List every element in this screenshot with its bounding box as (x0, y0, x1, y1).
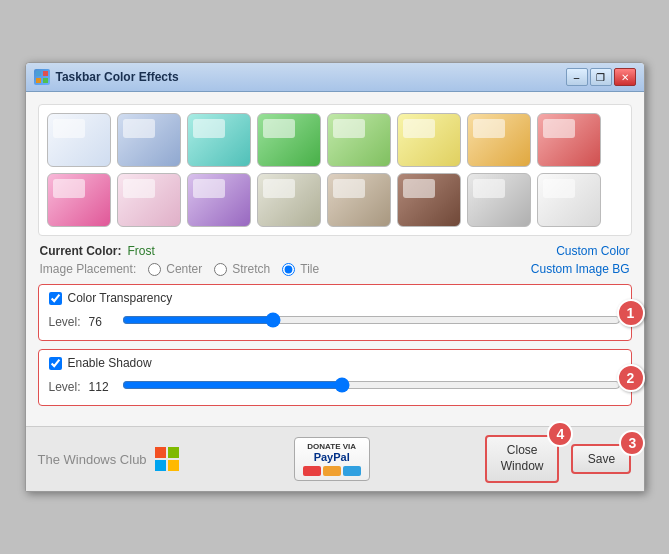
windows-logo-icon (155, 447, 179, 471)
svg-rect-5 (168, 447, 179, 458)
swatch-row-2 (47, 173, 623, 227)
radio-tile[interactable]: Tile (282, 262, 319, 276)
radio-stretch[interactable]: Stretch (214, 262, 270, 276)
current-color-value: Frost (128, 244, 155, 258)
swatch-9[interactable] (47, 173, 111, 227)
custom-image-link[interactable]: Custom Image BG (531, 262, 630, 276)
swatch-13[interactable] (327, 173, 391, 227)
svg-rect-0 (36, 71, 41, 76)
transparency-level-value: 76 (89, 315, 114, 329)
swatch-7[interactable] (467, 113, 531, 167)
custom-color-link[interactable]: Custom Color (556, 244, 629, 258)
title-bar: Taskbar Color Effects – ❐ ✕ (26, 63, 644, 92)
transparency-level-label: Level: (49, 315, 81, 329)
svg-rect-3 (43, 78, 48, 83)
swatch-8[interactable] (537, 113, 601, 167)
shadow-level-label: Level: (49, 380, 81, 394)
window-controls: – ❐ ✕ (566, 68, 636, 86)
svg-rect-4 (155, 447, 166, 458)
title-bar-left: Taskbar Color Effects (34, 69, 179, 85)
save-wrapper: Save 3 (571, 444, 631, 474)
close-window-button[interactable]: CloseWindow (485, 435, 560, 482)
footer-left: The Windows Club (38, 447, 179, 471)
color-grid (38, 104, 632, 236)
swatch-3[interactable] (187, 113, 251, 167)
current-color-row: Current Color: Frost Custom Color (38, 244, 632, 258)
shadow-checkbox[interactable] (49, 357, 62, 370)
badge-4: 4 (547, 421, 573, 447)
shadow-label: Enable Shadow (68, 356, 152, 370)
footer-right: CloseWindow 4 Save 3 (485, 435, 632, 482)
transparency-checkbox[interactable] (49, 292, 62, 305)
svg-rect-1 (43, 71, 48, 76)
shadow-section: Enable Shadow Level: 112 2 (38, 349, 632, 406)
transparency-label: Color Transparency (68, 291, 173, 305)
swatch-6[interactable] (397, 113, 461, 167)
swatch-row-1 (47, 113, 623, 167)
close-window-wrapper: CloseWindow 4 (485, 435, 560, 482)
badge-1: 1 (617, 299, 645, 327)
swatch-10[interactable] (117, 173, 181, 227)
minimize-button[interactable]: – (566, 68, 588, 86)
swatch-12[interactable] (257, 173, 321, 227)
swatch-4[interactable] (257, 113, 321, 167)
shadow-level-value: 112 (89, 380, 114, 394)
svg-rect-7 (168, 460, 179, 471)
swatch-5[interactable] (327, 113, 391, 167)
app-icon (34, 69, 50, 85)
paypal-line2: PayPal (303, 451, 361, 464)
window-title: Taskbar Color Effects (56, 70, 179, 84)
paypal-line1: DONATE VIA (303, 442, 361, 452)
footer: The Windows Club DONATE VIA PayPal Close… (26, 426, 644, 490)
swatch-11[interactable] (187, 173, 251, 227)
restore-button[interactable]: ❐ (590, 68, 612, 86)
swatch-14[interactable] (397, 173, 461, 227)
image-placement-row: Image Placement: Center Stretch Tile Cus… (38, 262, 632, 276)
close-button[interactable]: ✕ (614, 68, 636, 86)
paypal-button[interactable]: DONATE VIA PayPal (294, 437, 370, 482)
shadow-slider[interactable] (122, 376, 621, 394)
main-content: Current Color: Frost Custom Color Image … (26, 92, 644, 426)
swatch-16[interactable] (537, 173, 601, 227)
shadow-level-row: Level: 112 (49, 376, 621, 397)
main-window: Taskbar Color Effects – ❐ ✕ (25, 62, 645, 491)
transparency-slider[interactable] (122, 311, 621, 329)
svg-rect-6 (155, 460, 166, 471)
club-text: The Windows Club (38, 452, 147, 467)
svg-rect-2 (36, 78, 41, 83)
current-color-label: Current Color: (40, 244, 122, 258)
badge-3: 3 (619, 430, 645, 456)
transparency-header: Color Transparency (49, 291, 621, 305)
transparency-slider-container (122, 311, 621, 332)
color-transparency-section: Color Transparency Level: 76 1 (38, 284, 632, 341)
badge-2: 2 (617, 364, 645, 392)
radio-center[interactable]: Center (148, 262, 202, 276)
image-placement-label: Image Placement: (40, 262, 137, 276)
swatch-1[interactable] (47, 113, 111, 167)
swatch-2[interactable] (117, 113, 181, 167)
transparency-level-row: Level: 76 (49, 311, 621, 332)
shadow-header: Enable Shadow (49, 356, 621, 370)
swatch-15[interactable] (467, 173, 531, 227)
shadow-slider-container (122, 376, 621, 397)
